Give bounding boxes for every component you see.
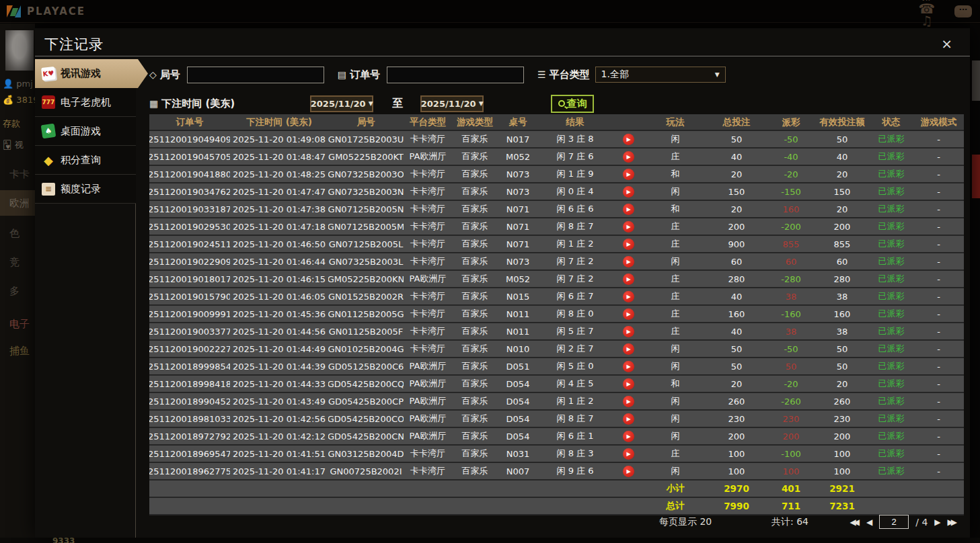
brand-logo[interactable]: PLAYACE (7, 4, 85, 19)
cell-total-bet: 50 (706, 358, 767, 374)
sidebar-item[interactable]: ♠ 桌面游戏 (35, 117, 136, 146)
replay-icon[interactable]: ▶ (623, 396, 634, 407)
first-page-icon[interactable]: ◀◀ (850, 517, 860, 527)
cell-platform: 卡卡湾厅 (404, 201, 452, 217)
col-header-play: 玩法 (644, 114, 706, 130)
replay-icon[interactable]: ▶ (623, 308, 634, 320)
sidebar-item[interactable]: ◆ 积分查询 (35, 146, 136, 175)
cell-table-no: D051 (498, 358, 538, 374)
background-nav-item: 欧洲 (0, 190, 35, 216)
replay-icon[interactable]: ▶ (623, 431, 634, 442)
cell-status: 已派彩 (869, 218, 913, 235)
sidebar-item[interactable]: K♥ 视讯游戏 (35, 59, 148, 88)
cell-valid-bet: 280 (815, 271, 869, 287)
replay-icon[interactable]: ▶ (623, 256, 634, 267)
page-number-input[interactable] (879, 515, 909, 529)
replay-icon[interactable]: ▶ (623, 186, 634, 198)
close-icon[interactable]: × (941, 37, 952, 50)
cell-game-mode: - (913, 236, 964, 252)
sidebar-item-icon: K♥ (41, 67, 56, 81)
cell-bet-time: 2025-11-20 01:46:15 (230, 271, 328, 287)
next-page-icon[interactable]: ▶ (934, 517, 940, 527)
replay-icon[interactable]: ▶ (623, 134, 634, 145)
dialog-sidebar: K♥ 视讯游戏 777 电子老虎机 ♠ 桌面游戏 (35, 59, 136, 538)
cell-table-no: D054 (498, 428, 538, 444)
search-icon (558, 100, 565, 107)
cell-bet-time: 2025-11-20 01:43:49 (230, 393, 328, 409)
replay-icon[interactable]: ▶ (623, 221, 634, 233)
replay-icon[interactable]: ▶ (623, 448, 634, 460)
cell-order-id: 251120019033187 (149, 201, 230, 217)
round-number-input[interactable] (187, 67, 324, 83)
cell-play-type: 和 (644, 376, 706, 392)
cell-game-type: 百家乐 (452, 393, 498, 409)
prev-page-icon[interactable]: ◀ (866, 517, 872, 527)
cell-total-bet: 260 (706, 393, 767, 409)
tag-icon: ◇ (149, 69, 157, 80)
replay-icon[interactable]: ▶ (623, 274, 634, 285)
replay-icon[interactable]: ▶ (623, 466, 634, 477)
cell-bet-time: 2025-11-20 01:48:47 (230, 149, 328, 165)
sidebar-item-icon: 777 (42, 95, 55, 109)
cell-game-mode: - (913, 341, 964, 357)
platform-type-select[interactable]: 1.全部 ▼ (595, 67, 726, 83)
table-row: 251120019049409 2025-11-20 01:49:08 GN01… (149, 131, 964, 149)
replay-icon[interactable]: ▶ (623, 413, 634, 425)
cell-bet-time: 2025-11-20 01:48:25 (230, 166, 328, 182)
replay-icon[interactable]: ▶ (623, 151, 634, 163)
cell-game-type: 百家乐 (452, 201, 498, 217)
search-button[interactable]: 查询 (551, 95, 594, 113)
sidebar-item[interactable]: 777 电子老虎机 (35, 88, 136, 117)
cell-status: 已派彩 (869, 306, 913, 322)
replay-icon[interactable]: ▶ (623, 169, 634, 180)
replay-icon[interactable]: ▶ (623, 326, 634, 337)
cell-round-id: GD05425B200CN (328, 428, 404, 444)
chat-icon[interactable]: ··· (954, 5, 972, 17)
cell-status: 已派彩 (869, 271, 913, 287)
table-row: 251120019022909 2025-11-20 01:46:44 GN07… (149, 253, 964, 271)
sidebar-item[interactable]: ≡ 额度记录 (35, 175, 136, 204)
cell-game-type: 百家乐 (452, 183, 498, 200)
cell-payout: 200 (767, 428, 815, 444)
cell-total-bet: 200 (706, 218, 767, 235)
date-from-select[interactable]: 2025/11/20 ▼ (310, 95, 373, 112)
table-header-row: 订单号 下注时间 (美东) 局号 平台类型 游戏类型 桌号 结果 玩法 总投注 … (149, 114, 964, 131)
cell-game-mode: - (913, 271, 964, 287)
replay-icon[interactable]: ▶ (623, 291, 634, 302)
cell-total-bet: 40 (706, 288, 767, 304)
replay-icon[interactable]: ▶ (623, 239, 634, 250)
col-header-round: 局号 (328, 114, 404, 130)
cell-result: 闲 1 庄 2 (538, 393, 612, 409)
cell-bet-time: 2025-11-20 01:46:05 (230, 288, 328, 304)
cell-order-id: 251120019003377 (149, 323, 230, 339)
cell-platform: 卡卡湾厅 (404, 166, 452, 182)
cell-valid-bet: 150 (815, 183, 869, 200)
replay-icon[interactable]: ▶ (623, 343, 634, 355)
cell-result: 闲 6 庄 7 (538, 288, 612, 304)
cell-total-bet: 100 (706, 463, 767, 479)
cell-game-mode: - (913, 376, 964, 392)
cell-total-bet: 50 (706, 131, 767, 147)
last-page-icon[interactable]: ▶▶ (948, 517, 957, 527)
cell-game-mode: - (913, 149, 964, 165)
cell-valid-bet: 160 (815, 306, 869, 322)
date-to-select[interactable]: 2025/11/20 ▼ (420, 95, 484, 112)
replay-icon[interactable]: ▶ (623, 204, 634, 215)
topbar-icon-group: ♛ VIP ☎ ♫ ⚙ ··· (917, 0, 972, 23)
cell-result: 闲 8 庄 3 (538, 446, 612, 462)
cell-order-id: 251120019015790 (149, 288, 230, 304)
cell-game-type: 百家乐 (452, 218, 498, 235)
cell-table-no: N073 (498, 183, 538, 200)
cell-round-id: GN01725B2003U (328, 131, 404, 147)
avatar (5, 30, 34, 71)
replay-icon[interactable]: ▶ (623, 378, 634, 390)
background-video-tab: 🂱 视 (3, 139, 23, 151)
cell-play-type: 闲 (644, 411, 706, 427)
cell-status: 已派彩 (869, 393, 913, 409)
replay-icon[interactable]: ▶ (623, 361, 634, 372)
table-row: 251120018962775 2025-11-20 01:41:17 GN00… (149, 463, 964, 481)
cell-payout: -150 (767, 183, 815, 200)
cell-order-id: 251120018990452 (149, 393, 230, 409)
order-number-input[interactable] (387, 67, 524, 83)
col-header-bet: 总投注 (706, 114, 767, 130)
